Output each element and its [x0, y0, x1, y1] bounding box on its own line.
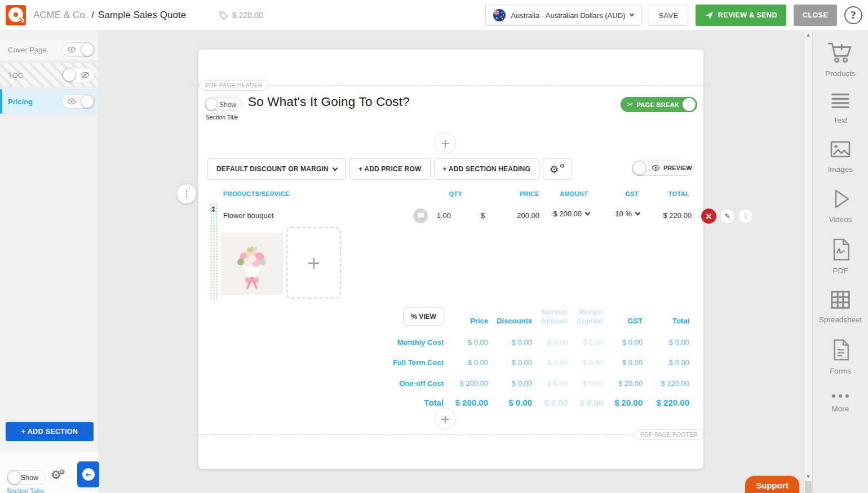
currency-select[interactable]: Australia - Australian Dollars (AUD) [485, 5, 641, 26]
section-menu-button[interactable]: ⋮ [177, 184, 196, 203]
percent-view-button[interactable]: % VIEW [403, 307, 444, 326]
cart-plus-icon [827, 41, 853, 64]
rail-item-pdf[interactable]: PDF [829, 238, 852, 275]
summary-total-value: $ 0.00 [487, 398, 532, 407]
sections-sidebar: Cover Page TOC Pricing [0, 31, 99, 493]
rail-item-images[interactable]: Images [828, 139, 853, 174]
gear-icon: ⚙ [560, 163, 565, 169]
summary-value: $ 0.00 [570, 358, 603, 367]
spreadsheet-grid-icon [829, 289, 852, 310]
summary-total-value: $ 0.00 [535, 398, 568, 407]
close-icon: × [705, 211, 712, 221]
summary-value: $ 0.00 [570, 379, 603, 388]
summary-value: $ 0.00 [487, 379, 532, 388]
add-price-row-button[interactable]: + ADD PRICE ROW [349, 158, 431, 180]
plus-icon: + [307, 253, 321, 273]
sidebar-item-pricing[interactable]: Pricing [0, 89, 99, 114]
row-drag-handle[interactable] [210, 202, 219, 300]
sidebar-bottom-panel: Show ⚙⚙ ← Section Tabs [0, 451, 99, 493]
visibility-toggle[interactable] [62, 94, 95, 109]
summary-col-price: Price [449, 307, 488, 326]
rail-item-spreadsheet[interactable]: Spreadsheet [819, 289, 862, 324]
sidebar-item-cover-page[interactable]: Cover Page [0, 38, 99, 61]
section-tabs-show-toggle[interactable]: Show [7, 470, 45, 485]
add-content-above-button[interactable]: + [435, 132, 456, 154]
app-logo-icon[interactable] [6, 5, 26, 25]
product-image-thumbnail[interactable] [221, 233, 283, 295]
pricing-settings-button[interactable]: ⚙⚙ [543, 158, 572, 180]
gear-icon: ⚙ [550, 163, 559, 175]
save-button[interactable]: SAVE [649, 5, 688, 26]
quote-amount-tag: $ 220.00 [219, 11, 263, 20]
close-button[interactable]: CLOSE [794, 5, 837, 26]
chevron-down-icon [333, 165, 338, 171]
section-tabs-settings-button[interactable]: ⚙⚙ [51, 468, 68, 482]
australia-flag-icon [493, 9, 506, 21]
form-document-icon [830, 338, 851, 362]
delete-row-button[interactable]: × [701, 208, 716, 224]
quote-title[interactable]: Sample Sales Quote [98, 10, 186, 21]
visibility-toggle[interactable] [62, 68, 95, 82]
drag-vertical-icon: ↕ [210, 205, 216, 214]
add-content-below-button[interactable]: + [435, 408, 456, 429]
pricing-toolbar: DEFAULT DISCOUNT OR MARGIN + ADD PRICE R… [207, 158, 572, 180]
scroll-down-arrow-icon[interactable]: ▼ [804, 474, 812, 479]
gear-icon: ⚙ [59, 468, 65, 476]
section-label: Pricing [8, 97, 33, 106]
rail-item-text[interactable]: Text [829, 92, 852, 125]
flower-bouquet-image [221, 233, 283, 295]
summary-total-label: Total [359, 398, 444, 407]
app-body: Cover Page TOC Pricing [0, 31, 868, 493]
scroll-up-arrow-icon[interactable]: ▲ [804, 33, 812, 37]
pdf-header-divider: PDF PAGE HEADER [192, 85, 710, 86]
tag-icon [219, 11, 228, 20]
rail-item-videos[interactable]: Videos [829, 188, 852, 224]
section-label: Cover Page [8, 46, 47, 54]
add-section-heading-button[interactable]: + ADD SECTION HEADING [434, 158, 539, 180]
summary-row-label: Monthly Cost [359, 338, 444, 347]
collapse-sidebar-button[interactable]: ← [77, 461, 100, 487]
section-title-show-toggle[interactable]: Show [205, 97, 242, 111]
content-rail: Products Text Images Videos [812, 31, 868, 493]
summary-value: $ 0.00 [487, 358, 532, 367]
col-header-amount: AMOUNT [537, 190, 588, 197]
sidebar-item-toc[interactable]: TOC [0, 63, 99, 87]
quote-page: PDF PAGE HEADER Show Section Title So Wh… [198, 50, 703, 469]
scrollbar-thumb[interactable] [805, 481, 812, 493]
rail-item-more[interactable]: More [829, 393, 852, 413]
product-name-field[interactable]: Flower bouquet [223, 211, 364, 220]
summary-value: $ 0.00 [487, 338, 532, 347]
paper-plane-icon [705, 11, 714, 20]
section-title-text[interactable]: So What's It Going To Cost? [248, 95, 410, 109]
play-icon [829, 188, 852, 210]
pdf-page-header-label: PDF PAGE HEADER [199, 80, 269, 91]
summary-row-label: One-off Cost [359, 379, 444, 388]
summary-col-total: Total [650, 307, 689, 326]
add-section-button[interactable]: + ADD SECTION [6, 422, 94, 441]
company-name[interactable]: ACME & Co. [33, 10, 87, 21]
summary-col-discounts: Discounts [487, 307, 532, 326]
summary-value: $ 0.00 [535, 358, 568, 367]
rail-item-forms[interactable]: Forms [830, 338, 851, 375]
visibility-toggle[interactable] [62, 42, 95, 57]
page-break-toggle[interactable]: ✂ PAGE BREAK [621, 97, 697, 112]
rail-item-products[interactable]: Products [825, 41, 855, 78]
qty-field[interactable]: 1.00 [411, 211, 451, 220]
gst-select[interactable]: 10 % [600, 210, 640, 218]
summary-value: $ 0.00 [446, 338, 488, 347]
amount-select[interactable]: $ 200.00 [528, 210, 590, 218]
style-row-button[interactable]: ✎ [720, 208, 735, 224]
summary-value: $ 0.00 [446, 358, 488, 367]
review-send-button[interactable]: REVIEW & SEND [696, 5, 786, 26]
eye-icon [67, 46, 76, 54]
help-button[interactable]: ? [844, 6, 862, 24]
support-button[interactable]: Support [745, 476, 799, 493]
preview-toggle[interactable]: PREVIEW [632, 161, 694, 176]
vertical-scrollbar[interactable]: ▲ ▼ [804, 31, 812, 493]
summary-value: $ 200.00 [446, 379, 488, 388]
add-image-button[interactable]: + [286, 227, 341, 299]
row-menu-button[interactable]: ⋮ [738, 208, 753, 224]
plus-icon: + [440, 136, 450, 150]
eye-off-icon [81, 71, 90, 79]
default-discount-margin-button[interactable]: DEFAULT DISCOUNT OR MARGIN [207, 158, 346, 180]
